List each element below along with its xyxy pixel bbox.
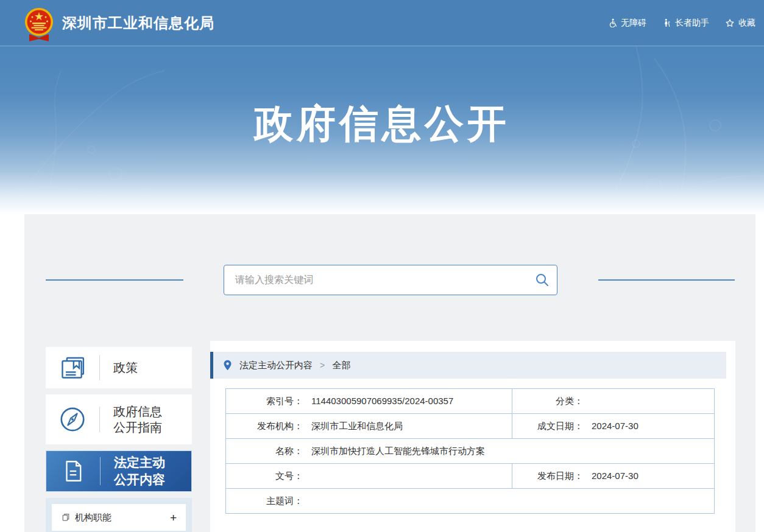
- field-label: 发布机构：: [230, 421, 303, 432]
- decorative-line-right: [598, 279, 735, 281]
- field-label: 成文日期：: [516, 421, 583, 432]
- table-row: 发布机构：深圳市工业和信息化局 成文日期：2024-07-30: [226, 414, 715, 439]
- table-row: 文号： 发布日期：2024-07-30: [226, 464, 715, 489]
- statutory-label-line1: 法定主动: [114, 454, 165, 471]
- field-label: 名称：: [230, 446, 303, 457]
- page-title: 政府信息公开: [0, 97, 764, 150]
- search-box: [224, 265, 557, 295]
- sidebar: 政策 政府信息 公开指南: [46, 347, 192, 532]
- table-row: 主题词：: [226, 489, 715, 514]
- field-label: 索引号：: [230, 396, 303, 407]
- field-value: 2024-07-30: [592, 421, 638, 431]
- field-label: 文号：: [230, 471, 303, 482]
- sidebar-item-guide[interactable]: 政府信息 公开指南: [46, 394, 192, 444]
- breadcrumb-section[interactable]: 法定主动公开内容: [239, 360, 313, 371]
- field-label: 分类：: [516, 396, 583, 407]
- statutory-label-line2: 公开内容: [114, 471, 165, 488]
- elder-helper-link[interactable]: 长者助手: [662, 18, 709, 29]
- cell-document-number: 文号：: [226, 464, 512, 489]
- main-content: 法定主动公开内容 > 全部 索引号：114403005907069935/202…: [210, 341, 735, 532]
- search-input[interactable]: [224, 265, 528, 295]
- content-area: 政策 政府信息 公开指南: [0, 214, 764, 532]
- pages-icon: [61, 513, 71, 522]
- submenu-item-org-functions[interactable]: 机构职能 +: [52, 504, 186, 531]
- cell-category: 分类：: [512, 389, 715, 414]
- favorite-label: 收藏: [738, 18, 755, 29]
- field-value: 114403005907069935/2024-00357: [311, 396, 453, 406]
- breadcrumb: 法定主动公开内容 > 全部: [210, 352, 726, 379]
- table-row: 索引号：114403005907069935/2024-00357 分类：: [226, 389, 715, 414]
- divider: [99, 407, 100, 432]
- sidebar-item-guide-label: 政府信息 公开指南: [113, 404, 162, 436]
- guide-label-line1: 政府信息: [113, 404, 162, 419]
- divider: [99, 355, 100, 380]
- accessibility-label: 无障碍: [621, 18, 646, 29]
- content-panel: 政策 政府信息 公开指南: [24, 214, 755, 532]
- expand-plus-icon[interactable]: +: [170, 512, 177, 523]
- accessibility-icon: [608, 18, 617, 27]
- guide-label-line2: 公开指南: [113, 419, 162, 435]
- cell-issuing-agency: 发布机构：深圳市工业和信息化局: [226, 414, 512, 439]
- favorite-link[interactable]: 收藏: [725, 18, 755, 29]
- header-links: 无障碍 长者助手 收藏: [608, 18, 755, 29]
- cell-index-number: 索引号：114403005907069935/2024-00357: [226, 389, 512, 414]
- divider: [100, 457, 101, 485]
- sidebar-submenu: 机构职能 +: [46, 498, 192, 532]
- sidebar-item-policy[interactable]: 政策: [46, 347, 192, 388]
- sidebar-item-statutory-disclosure[interactable]: 法定主动 公开内容: [46, 450, 192, 492]
- field-label: 发布日期：: [516, 471, 583, 482]
- document-icon: [46, 458, 100, 484]
- cell-issue-date: 成文日期：2024-07-30: [512, 414, 715, 439]
- submenu-item-label: 机构职能: [75, 512, 111, 523]
- field-value: 深圳市加快打造人工智能先锋城市行动方案: [311, 446, 485, 456]
- elder-icon: [662, 18, 671, 27]
- cell-publish-date: 发布日期：2024-07-30: [512, 464, 715, 489]
- field-label: 主题词：: [230, 495, 303, 507]
- banner: 政府信息公开: [0, 46, 764, 214]
- decorative-line-left: [46, 279, 183, 281]
- book-icon: [46, 354, 99, 381]
- national-emblem-logo: [23, 6, 55, 43]
- sidebar-item-statutory-label: 法定主动 公开内容: [114, 454, 165, 488]
- elder-helper-label: 长者助手: [675, 18, 709, 29]
- breadcrumb-current[interactable]: 全部: [332, 360, 350, 371]
- page: 深圳市工业和信息化局 无障碍 长者助手: [0, 0, 764, 532]
- location-pin-icon: [223, 360, 232, 371]
- breadcrumb-separator: >: [320, 360, 325, 370]
- accessibility-link[interactable]: 无障碍: [608, 18, 646, 29]
- search-icon: [535, 273, 550, 287]
- field-value: 深圳市工业和信息化局: [311, 421, 403, 431]
- field-value: 2024-07-30: [592, 471, 638, 481]
- document-info-table: 索引号：114403005907069935/2024-00357 分类： 发布…: [225, 388, 715, 514]
- sidebar-item-policy-label: 政策: [113, 360, 138, 376]
- cell-keywords: 主题词：: [226, 489, 715, 514]
- top-header: 深圳市工业和信息化局 无障碍 长者助手: [0, 0, 764, 46]
- table-row: 名称：深圳市加快打造人工智能先锋城市行动方案: [226, 439, 715, 464]
- search-button[interactable]: [528, 265, 557, 295]
- star-icon: [725, 18, 735, 28]
- site-title: 深圳市工业和信息化局: [62, 13, 214, 33]
- compass-icon: [46, 405, 99, 433]
- cell-document-name: 名称：深圳市加快打造人工智能先锋城市行动方案: [226, 439, 715, 464]
